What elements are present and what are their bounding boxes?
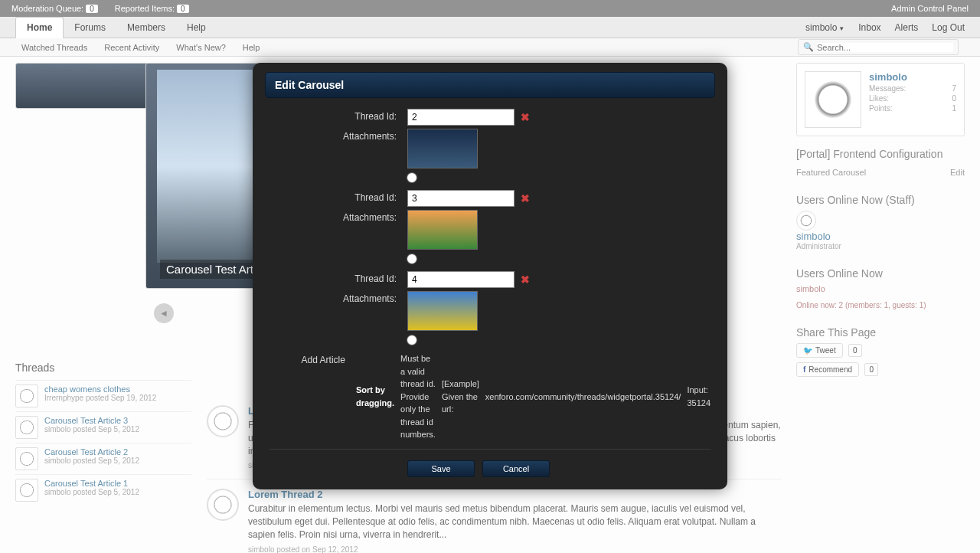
add-article-label: Add Article	[270, 352, 356, 365]
delete-icon[interactable]: ✖	[521, 273, 530, 286]
thread-id-label: Thread Id:	[270, 190, 407, 203]
thread-id-label: Thread Id:	[270, 109, 407, 122]
thread-id-input[interactable]	[407, 190, 514, 207]
thread-id-input[interactable]	[407, 109, 514, 126]
delete-icon[interactable]: ✖	[521, 111, 530, 123]
attachment-radio[interactable]	[407, 254, 416, 263]
help-text: Sort by dragging. Must be a valid thread…	[356, 352, 710, 441]
modal-overlay: Edit Carousel Thread Id:✖ Attachments: T…	[0, 0, 980, 553]
modal-title: Edit Carousel	[265, 72, 715, 98]
attachments-label: Attachments:	[270, 210, 407, 223]
attachments-label: Attachments:	[270, 291, 407, 304]
attachment-thumb[interactable]	[407, 129, 478, 169]
attachment-thumb[interactable]	[407, 210, 478, 250]
save-button[interactable]: Save	[407, 460, 475, 477]
thread-id-input[interactable]	[407, 271, 514, 288]
attachments-label: Attachments:	[270, 129, 407, 142]
attachment-radio[interactable]	[407, 335, 416, 345]
delete-icon[interactable]: ✖	[521, 192, 530, 205]
edit-carousel-modal: Edit Carousel Thread Id:✖ Attachments: T…	[253, 63, 727, 489]
cancel-button[interactable]: Cancel	[482, 460, 550, 477]
attachment-thumb[interactable]	[407, 291, 478, 331]
attachment-radio[interactable]	[407, 173, 416, 182]
thread-id-label: Thread Id:	[270, 271, 407, 284]
